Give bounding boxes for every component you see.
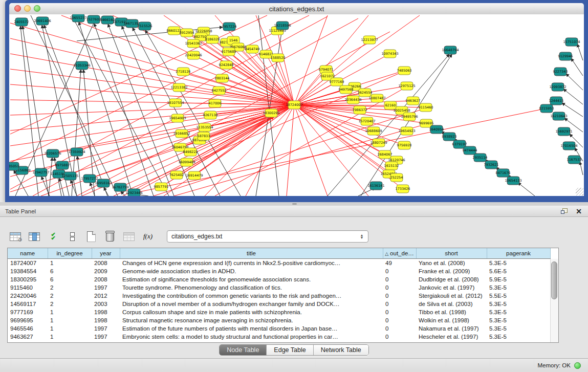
graph-node[interactable]: 15692971	[555, 127, 572, 136]
graph-node[interactable]: 10688609	[365, 127, 382, 135]
graph-node[interactable]: 2803144	[215, 74, 230, 82]
graph-edge[interactable]	[571, 58, 583, 76]
graph-node[interactable]: 19166852	[173, 129, 190, 138]
tab-node-table[interactable]: Node Table	[220, 345, 267, 355]
graph-node[interactable]: 12213382	[170, 83, 187, 92]
graph-node[interactable]: 7986372	[353, 106, 367, 114]
graph-edge[interactable]	[71, 180, 77, 196]
graph-node[interactable]: 17359924	[68, 148, 85, 156]
graph-edge[interactable]	[566, 74, 583, 90]
graph-node[interactable]: 10974343	[381, 50, 398, 58]
close-window-button[interactable]	[14, 5, 21, 12]
graph-node[interactable]: 9474444	[463, 146, 477, 155]
graph-node[interactable]: 7932621	[484, 161, 499, 169]
graph-node[interactable]: 417006	[209, 99, 222, 107]
graph-node[interactable]: 12093872	[549, 83, 566, 91]
scrollbar-thumb[interactable]	[551, 261, 557, 299]
graph-node[interactable]: 1167533	[567, 156, 582, 164]
graph-node[interactable]: 10654133	[505, 177, 521, 185]
graph-node[interactable]: 9129946	[558, 52, 573, 60]
table-row[interactable]: 969969511998Structural magnetic resonanc…	[8, 316, 550, 324]
graph-node[interactable]: 8938923	[442, 133, 457, 141]
graph-node[interactable]: 12505135	[61, 172, 78, 180]
graph-node[interactable]: 7515526	[138, 22, 153, 30]
graph-node[interactable]: 2935114	[473, 154, 488, 162]
graph-node[interactable]: 587833	[198, 132, 210, 140]
column-header[interactable]: title	[120, 248, 383, 259]
graph-node[interactable]: 9975887	[55, 161, 70, 169]
graph-node[interactable]: 8912954	[180, 29, 194, 37]
graph-node[interactable]: 9242848	[219, 61, 234, 69]
minimize-window-button[interactable]	[24, 5, 31, 12]
table-row[interactable]: 1872400712008Changes of HCN gene express…	[8, 259, 550, 268]
column-header[interactable]: name	[8, 248, 48, 259]
column-header[interactable]: in_degree	[48, 248, 92, 259]
graph-node[interactable]: 1733426	[396, 185, 410, 193]
graph-node[interactable]: 18107554	[167, 99, 184, 107]
graph-node[interactable]: 12923446	[125, 189, 142, 196]
graph-node[interactable]: 9463627	[406, 97, 421, 105]
graph-edge[interactable]	[10, 69, 294, 105]
graph-edge[interactable]	[53, 115, 275, 154]
table-row[interactable]: 1938455462009Genome-wide association stu…	[8, 267, 550, 275]
table-row[interactable]: 1456911722003Disruption of a novel membe…	[8, 300, 550, 308]
graph-node[interactable]: 10807487	[368, 94, 385, 102]
graph-node[interactable]: 10655237	[70, 14, 86, 22]
graph-node[interactable]: 18300295	[263, 109, 279, 117]
graph-node[interactable]: 9115460	[419, 103, 433, 112]
graph-node[interactable]: 252254	[390, 173, 403, 182]
graph-node[interactable]: 16136141	[367, 182, 384, 190]
graph-node[interactable]: 7957224	[222, 23, 237, 31]
graph-edge[interactable]	[183, 72, 294, 105]
unselect-all-button[interactable]	[65, 229, 79, 244]
graph-node[interactable]: 17016504	[560, 142, 577, 150]
table-row[interactable]: 977716911998Corpus callosum shape and si…	[8, 308, 550, 316]
show-columns-button[interactable]	[27, 229, 41, 244]
graph-node[interactable]: 1244415	[549, 97, 564, 105]
zoom-window-button[interactable]	[34, 5, 40, 12]
tab-edge-table[interactable]: Edge Table	[267, 345, 313, 355]
graph-node[interactable]: 9777169	[330, 78, 344, 86]
graph-edge[interactable]	[104, 187, 108, 196]
graph-node[interactable]: 9227343	[553, 68, 568, 76]
graph-node[interactable]: 19654903	[169, 114, 186, 122]
graph-node[interactable]: 20364436	[344, 96, 361, 104]
table-settings-button[interactable]: ⚙	[8, 229, 23, 244]
graph-node[interactable]: 7485063	[397, 67, 412, 75]
graph-node[interactable]: 9756928	[397, 141, 412, 149]
graph-node[interactable]: 8186328	[205, 35, 220, 43]
graph-edge[interactable]	[174, 124, 425, 196]
graph-node[interactable]: 2684067	[378, 150, 393, 159]
graph-node[interactable]: 12975125	[398, 82, 415, 90]
graph-node[interactable]: 18807249	[370, 139, 387, 147]
table-row[interactable]: 911546021997Tourette syndrome. Phenomeno…	[8, 283, 550, 292]
graph-node[interactable]: 20206576	[44, 149, 61, 158]
graph-node[interactable]: 2718126	[176, 68, 191, 76]
graph-edge[interactable]	[287, 105, 294, 196]
create-table-button[interactable]	[84, 229, 98, 244]
resize-grip-icon[interactable]	[576, 188, 583, 195]
graph-edge[interactable]	[294, 76, 328, 105]
float-panel-icon[interactable]	[561, 208, 568, 214]
graph-node[interactable]: 16210643	[550, 112, 567, 120]
graph-node[interactable]: 1588520	[271, 54, 286, 62]
function-builder-button[interactable]: f(x)	[141, 229, 155, 244]
import-table-button[interactable]	[122, 229, 136, 244]
table-select[interactable]: citations_edges.txt ▲▼	[167, 230, 368, 243]
graph-node[interactable]: 585051	[9, 162, 19, 170]
graph-node[interactable]: 22420046	[185, 51, 202, 59]
select-all-button[interactable]: ✔✔	[46, 229, 60, 244]
graph-edge[interactable]	[108, 24, 174, 196]
graph-node[interactable]: 15751074	[563, 38, 580, 46]
graph-node[interactable]: 2405572	[14, 18, 29, 26]
splitter-handle-icon[interactable]	[292, 203, 297, 205]
graph-node[interactable]: 11353554	[196, 123, 213, 132]
graph-node[interactable]: 10543362	[185, 39, 202, 48]
graph-edge[interactable]	[577, 44, 583, 60]
graph-node[interactable]: 7625402	[169, 171, 184, 179]
graph-node[interactable]: 8454749	[245, 45, 260, 53]
graph-edge[interactable]	[563, 89, 583, 104]
graph-node[interactable]: 19218596	[274, 21, 291, 30]
graph-edge[interactable]	[49, 158, 52, 196]
graph-edge[interactable]	[518, 183, 535, 196]
